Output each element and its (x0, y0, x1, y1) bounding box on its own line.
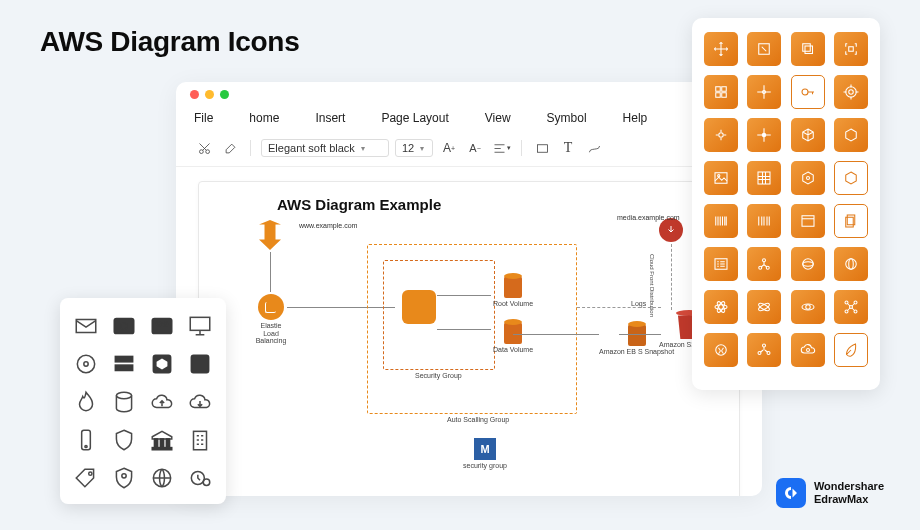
key-icon[interactable] (791, 75, 825, 109)
hex-outline-icon[interactable] (834, 161, 868, 195)
disc-icon[interactable] (72, 350, 100, 378)
atom2-icon[interactable] (747, 290, 781, 324)
cloudfront-icon[interactable] (659, 218, 683, 242)
menu-insert[interactable]: Insert (315, 108, 363, 128)
server-icon[interactable] (110, 350, 138, 378)
font-increase-icon[interactable]: A+ (439, 138, 459, 158)
clock-gear-icon[interactable] (186, 464, 214, 492)
image-icon[interactable] (704, 161, 738, 195)
list-icon[interactable] (704, 247, 738, 281)
menu-file[interactable]: File (194, 108, 231, 128)
bracket-box-icon[interactable] (834, 32, 868, 66)
monitor-icon[interactable] (186, 312, 214, 340)
svg-rect-45 (758, 172, 770, 184)
minimize-dot[interactable] (205, 90, 214, 99)
menu-symbol[interactable]: Symbol (547, 108, 605, 128)
hex-box-icon[interactable] (148, 350, 176, 378)
paint-icon[interactable] (220, 138, 240, 158)
database-icon[interactable] (110, 388, 138, 416)
security-group-icon[interactable]: M (474, 438, 496, 460)
grid4-icon[interactable] (704, 75, 738, 109)
camera-icon[interactable] (110, 312, 138, 340)
menu-view[interactable]: View (485, 108, 529, 128)
tag-icon[interactable] (72, 464, 100, 492)
root-volume-icon[interactable] (504, 276, 522, 298)
connector-dashed (671, 244, 672, 310)
svg-point-71 (763, 344, 766, 347)
resize-icon[interactable] (747, 32, 781, 66)
route53-icon[interactable] (259, 220, 281, 250)
security-group-box[interactable] (383, 260, 495, 370)
globe-icon[interactable] (148, 464, 176, 492)
graph-icon[interactable] (834, 290, 868, 324)
cube-icon[interactable] (791, 118, 825, 152)
network-icon[interactable] (747, 333, 781, 367)
sphere2-icon[interactable] (834, 247, 868, 281)
menu-page-layout[interactable]: Page Layout (381, 108, 466, 128)
svg-point-42 (762, 133, 767, 138)
svg-rect-34 (722, 87, 727, 92)
canvas[interactable]: AWS Diagram Example www.example.com Elas… (198, 181, 740, 496)
cut-icon[interactable] (194, 138, 214, 158)
barcode2-icon[interactable] (747, 204, 781, 238)
barcode-icon[interactable] (704, 204, 738, 238)
bank-icon[interactable] (148, 426, 176, 454)
close-dot[interactable] (190, 90, 199, 99)
stack-icon[interactable] (791, 32, 825, 66)
shield-icon[interactable] (110, 426, 138, 454)
instance-icon[interactable] (402, 290, 436, 324)
badge-icon[interactable] (110, 464, 138, 492)
svg-rect-21 (166, 439, 169, 447)
leaf-icon[interactable] (834, 333, 868, 367)
move-arrows-icon[interactable] (704, 32, 738, 66)
cloud-brain-icon[interactable] (791, 333, 825, 367)
font-dropdown[interactable]: Elegant soft black ▾ (261, 139, 389, 157)
window-icon[interactable] (791, 204, 825, 238)
menu-help[interactable]: Help (623, 108, 666, 128)
size-dropdown[interactable]: 12 ▾ (395, 139, 433, 157)
target-icon[interactable] (834, 75, 868, 109)
brain-icon[interactable] (704, 333, 738, 367)
chip-icon[interactable] (186, 350, 214, 378)
chevron-down-icon: ▾ (420, 144, 424, 153)
font-decrease-icon[interactable]: A− (465, 138, 485, 158)
logs-label: Logs (631, 300, 646, 307)
pages-icon[interactable] (834, 204, 868, 238)
atom-icon[interactable] (704, 290, 738, 324)
orbit-icon[interactable] (791, 290, 825, 324)
root-volume-label: Root Volume (493, 300, 533, 308)
phone-icon[interactable] (72, 426, 100, 454)
hex-icon[interactable] (791, 161, 825, 195)
plus-circle-icon[interactable] (704, 118, 738, 152)
building-icon[interactable] (186, 426, 214, 454)
brand-line2: EdrawMax (814, 493, 884, 506)
sg-blue-label: security group (463, 462, 507, 470)
ebs-snapshot-icon[interactable] (628, 324, 646, 346)
svg-point-16 (116, 392, 131, 399)
align-icon[interactable]: ▾ (491, 138, 511, 158)
elb-icon[interactable] (258, 294, 284, 320)
connector-tool-icon[interactable] (584, 138, 604, 158)
text-tool-icon[interactable]: T (558, 138, 578, 158)
teddy-icon[interactable] (148, 312, 176, 340)
grid9-icon[interactable] (747, 161, 781, 195)
svg-point-5 (121, 323, 128, 330)
svg-rect-12 (115, 356, 132, 361)
data-volume-icon[interactable] (504, 322, 522, 344)
svg-rect-31 (802, 44, 810, 52)
zoom-dot[interactable] (220, 90, 229, 99)
url-left: www.example.com (299, 222, 357, 229)
crosshair-icon[interactable] (747, 75, 781, 109)
menu-home[interactable]: home (249, 108, 297, 128)
plus-box-icon[interactable] (747, 118, 781, 152)
cloud-up-icon[interactable] (148, 388, 176, 416)
cloud-down-icon[interactable] (186, 388, 214, 416)
flame-icon[interactable] (72, 388, 100, 416)
cube-outline-icon[interactable] (834, 118, 868, 152)
node-icon[interactable] (747, 247, 781, 281)
url-right: media.example.com (617, 214, 680, 221)
font-name: Elegant soft black (268, 142, 355, 154)
sphere-icon[interactable] (791, 247, 825, 281)
rect-tool-icon[interactable] (532, 138, 552, 158)
mail-icon[interactable] (72, 312, 100, 340)
